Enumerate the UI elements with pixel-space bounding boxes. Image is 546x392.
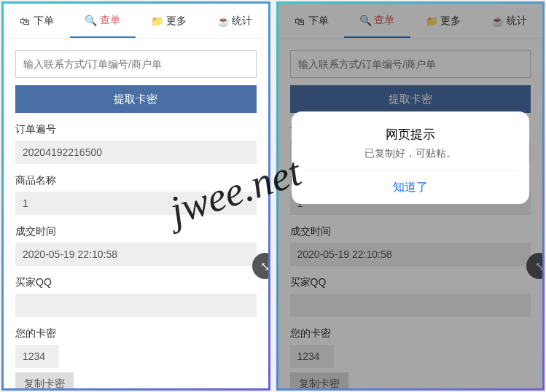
- tab-label: 查单: [100, 14, 120, 27]
- search-box: [15, 50, 257, 78]
- field-label: 商品名称: [15, 174, 257, 187]
- copy-button[interactable]: 复制卡密: [15, 372, 74, 391]
- field-value: 20204192216500: [15, 141, 257, 164]
- coffee-icon: ☕: [217, 15, 229, 27]
- tab-stats[interactable]: ☕统计: [202, 4, 268, 38]
- dialog-message: 已复制好，可贴粘。: [303, 147, 518, 160]
- collapse-icon: ⤡: [260, 259, 270, 273]
- dialog-ok-button[interactable]: 知道了: [303, 170, 518, 204]
- tab-query[interactable]: 🔍查单: [70, 4, 136, 38]
- field-value: [15, 294, 257, 317]
- field-label: 成交时间: [15, 225, 257, 238]
- field-deal-time: 成交时间 2020-05-19 22:10:58: [15, 225, 257, 266]
- field-product: 商品名称 1: [15, 174, 257, 215]
- alert-dialog: 网页提示 已复制好，可贴粘。 知道了: [292, 111, 530, 204]
- field-card-key: 您的卡密 1234 复制卡密: [15, 327, 257, 391]
- field-order-no: 订单遍号 20204192216500: [15, 123, 257, 164]
- bag-icon: 🛍: [19, 15, 31, 27]
- tab-order[interactable]: 🛍下单: [4, 4, 70, 38]
- submit-button[interactable]: 提取卡密: [15, 85, 257, 113]
- dialog-title: 网页提示: [303, 126, 518, 143]
- content-area: 提取卡密 订单遍号 20204192216500 商品名称 1 成交时间 202…: [4, 39, 268, 391]
- field-buyer-qq: 买家QQ: [15, 276, 257, 317]
- folder-icon: 📁: [152, 15, 163, 27]
- tab-bar: 🛍下单 🔍查单 📁更多 ☕统计: [4, 4, 268, 39]
- search-icon: 🔍: [85, 15, 97, 26]
- field-label: 买家QQ: [15, 276, 257, 289]
- field-label: 您的卡密: [15, 327, 257, 340]
- phone-left: 🛍下单 🔍查单 📁更多 ☕统计 提取卡密 订单遍号 20204192216500…: [1, 1, 270, 391]
- phone-right: 🛍下单 🔍查单 📁更多 ☕统计 提取卡密 订单遍号 20204192216500…: [276, 1, 545, 391]
- field-value: 1234: [15, 345, 59, 368]
- tab-label: 下单: [34, 15, 54, 28]
- field-value: 1: [15, 192, 257, 215]
- field-label: 订单遍号: [15, 123, 257, 136]
- search-input[interactable]: [15, 50, 257, 78]
- screenshot-pair: 🛍下单 🔍查单 📁更多 ☕统计 提取卡密 订单遍号 20204192216500…: [0, 0, 546, 392]
- field-value: 2020-05-19 22:10:58: [15, 243, 257, 266]
- tab-label: 统计: [232, 15, 252, 28]
- tab-more[interactable]: 📁更多: [136, 4, 202, 38]
- tab-label: 更多: [166, 15, 187, 28]
